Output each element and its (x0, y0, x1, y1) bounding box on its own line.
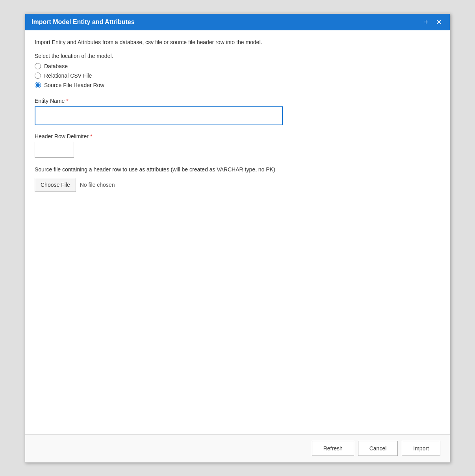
description-text: Import Entity and Attributes from a data… (35, 38, 440, 46)
dialog-title: Import Model Entity and Attributes (32, 19, 135, 26)
dialog-titlebar: Import Model Entity and Attributes + ✕ (25, 14, 450, 30)
entity-name-input[interactable] (35, 106, 283, 125)
dialog-body: Import Entity and Attributes from a data… (25, 30, 450, 434)
titlebar-actions: + ✕ (422, 18, 443, 26)
delimiter-label-row: Header Row Delimiter * (35, 133, 440, 139)
delimiter-input[interactable]: , (35, 142, 74, 158)
entity-name-label: Entity Name (35, 98, 65, 104)
source-file-description: Source file containing a header row to u… (35, 165, 440, 174)
radio-database[interactable] (35, 63, 41, 69)
file-input-row: Choose File No file chosen (35, 178, 440, 192)
cancel-button[interactable]: Cancel (358, 441, 398, 456)
dialog-footer: Refresh Cancel Import (25, 434, 450, 462)
radio-item-database[interactable]: Database (35, 63, 440, 69)
refresh-button[interactable]: Refresh (312, 441, 354, 456)
import-button[interactable]: Import (402, 441, 440, 456)
close-button[interactable]: ✕ (434, 18, 443, 26)
radio-item-source[interactable]: Source File Header Row (35, 82, 440, 88)
delimiter-label: Header Row Delimiter (35, 133, 89, 139)
source-file-group: Source file containing a header row to u… (35, 165, 440, 192)
choose-file-button[interactable]: Choose File (35, 178, 76, 192)
radio-group: Database Relational CSV File Source File… (35, 63, 440, 88)
entity-name-label-row: Entity Name * (35, 98, 440, 104)
radio-csv[interactable] (35, 73, 41, 79)
delimiter-group: Header Row Delimiter * , (35, 133, 440, 158)
radio-source-label: Source File Header Row (44, 82, 104, 88)
entity-name-group: Entity Name * (35, 98, 440, 125)
no-file-text: No file chosen (80, 182, 115, 188)
add-button[interactable]: + (422, 18, 430, 26)
entity-name-required: * (66, 98, 68, 104)
import-dialog: Import Model Entity and Attributes + ✕ I… (25, 13, 450, 463)
select-location-label: Select the location of the model. (35, 53, 440, 59)
delimiter-required: * (90, 133, 92, 139)
radio-item-csv[interactable]: Relational CSV File (35, 73, 440, 79)
radio-database-label: Database (44, 63, 68, 69)
radio-source[interactable] (35, 82, 41, 88)
radio-csv-label: Relational CSV File (44, 73, 92, 79)
